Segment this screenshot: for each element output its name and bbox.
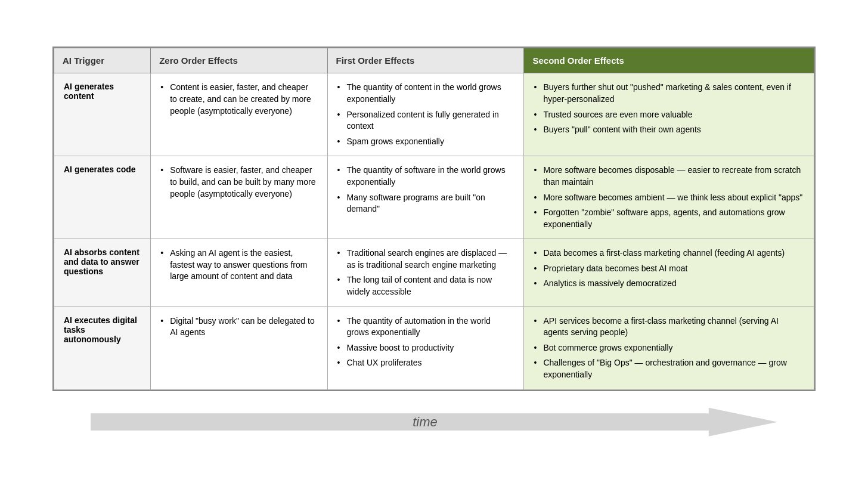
zero-cell-2: Asking an AI agent is the easiest, faste…	[151, 239, 327, 306]
trigger-cell-3: AI executes digital tasks autonomously	[54, 306, 151, 389]
list-item: Data becomes a first-class marketing cha…	[534, 247, 804, 259]
second-cell-1: More software becomes disposable — easie…	[524, 156, 814, 239]
header-first: First Order Effects	[327, 48, 524, 73]
table-row: AI executes digital tasks autonomouslyDi…	[54, 306, 814, 389]
trigger-cell-2: AI absorbs content and data to answer qu…	[54, 239, 151, 306]
zero-cell-0: Content is easier, faster, and cheaper t…	[151, 73, 327, 156]
list-item: Content is easier, faster, and cheaper t…	[160, 82, 317, 117]
list-item: The quantity of software in the world gr…	[337, 165, 514, 188]
list-item: The long tail of content and data is now…	[337, 274, 514, 298]
first-cell-2: Traditional search engines are displaced…	[327, 239, 524, 306]
table-row: AI absorbs content and data to answer qu…	[54, 239, 814, 306]
list-item: API services become a first-class market…	[534, 315, 804, 339]
time-arrow-container: time	[52, 408, 816, 436]
table-row: AI generates codeSoftware is easier, fas…	[54, 156, 814, 239]
list-item: More software becomes ambient — we think…	[534, 192, 804, 204]
header-zero: Zero Order Effects	[151, 48, 327, 73]
trigger-cell-1: AI generates code	[54, 156, 151, 239]
list-item: Bot commerce grows exponentially	[534, 342, 804, 354]
list-item: Analytics is massively democratized	[534, 278, 804, 290]
list-item: Massive boost to productivity	[337, 342, 514, 354]
first-cell-3: The quantity of automation in the world …	[327, 306, 524, 389]
list-item: The quantity of automation in the world …	[337, 315, 514, 339]
main-table-wrapper: AI Trigger Zero Order Effects First Orde…	[52, 47, 816, 391]
second-cell-0: Buyers further shut out "pushed" marketi…	[524, 73, 814, 156]
list-item: Chat UX proliferates	[337, 357, 514, 369]
first-cell-0: The quantity of content in the world gro…	[327, 73, 524, 156]
header-second: Second Order Effects	[524, 48, 814, 73]
effects-table: AI Trigger Zero Order Effects First Orde…	[54, 48, 814, 389]
list-item: More software becomes disposable — easie…	[534, 165, 804, 188]
list-item: Traditional search engines are displaced…	[337, 247, 514, 271]
first-cell-1: The quantity of software in the world gr…	[327, 156, 524, 239]
list-item: Spam grows exponentially	[337, 136, 514, 148]
list-item: Challenges of "Big Ops" — orchestration …	[534, 357, 804, 380]
trigger-cell-0: AI generates content	[54, 73, 151, 156]
second-cell-3: API services become a first-class market…	[524, 306, 814, 389]
list-item: Asking an AI agent is the easiest, faste…	[160, 247, 317, 283]
list-item: Forgotten "zombie" software apps, agents…	[534, 207, 804, 230]
list-item: Proprietary data becomes best AI moat	[534, 263, 804, 275]
list-item: Personalized content is fully generated …	[337, 109, 514, 132]
list-item: Software is easier, faster, and cheaper …	[160, 165, 317, 200]
time-arrow: time	[91, 408, 777, 436]
zero-cell-1: Software is easier, faster, and cheaper …	[151, 156, 327, 239]
table-row: AI generates contentContent is easier, f…	[54, 73, 814, 156]
zero-cell-3: Digital "busy work" can be delegated to …	[151, 306, 327, 389]
time-label: time	[413, 414, 438, 430]
list-item: Digital "busy work" can be delegated to …	[160, 315, 317, 339]
list-item: The quantity of content in the world gro…	[337, 82, 514, 105]
header-trigger: AI Trigger	[54, 48, 151, 73]
list-item: Buyers "pull" content with their own age…	[534, 124, 804, 136]
second-cell-2: Data becomes a first-class marketing cha…	[524, 239, 814, 306]
list-item: Buyers further shut out "pushed" marketi…	[534, 82, 804, 105]
list-item: Trusted sources are even more valuable	[534, 109, 804, 121]
list-item: Many software programs are built "on dem…	[337, 192, 514, 215]
